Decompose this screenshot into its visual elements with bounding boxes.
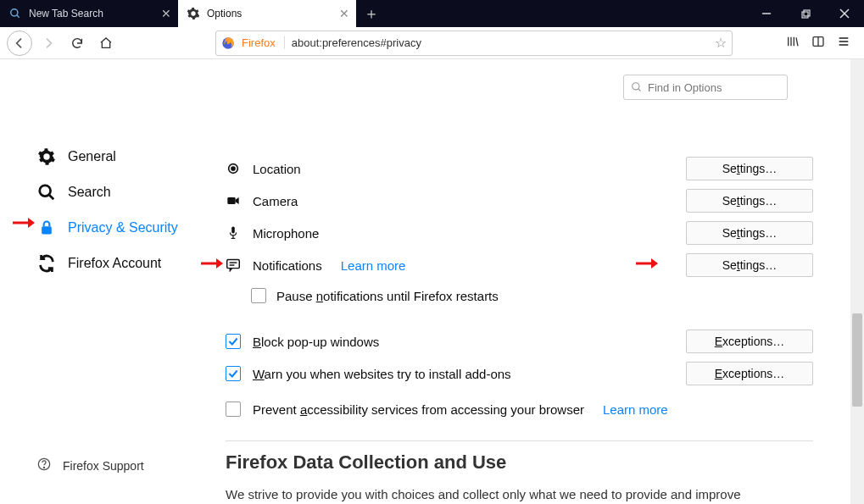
sidebar-toggle-icon[interactable] xyxy=(811,35,825,52)
permission-row-notifications: Notifications Learn more Settings… xyxy=(226,249,813,281)
svg-marker-35 xyxy=(28,218,35,228)
microphone-icon xyxy=(226,225,241,241)
close-icon[interactable]: ✕ xyxy=(339,7,349,20)
lock-icon xyxy=(37,219,56,237)
url-bar[interactable]: Firefox ☆ xyxy=(215,30,733,56)
tab-new-tab-search[interactable]: New Tab Search ✕ xyxy=(0,0,178,27)
permission-row-camera: Camera Settings… xyxy=(226,185,813,217)
firefox-icon xyxy=(221,36,235,50)
warn-addons-row: Warn you when websites try to install ad… xyxy=(226,357,813,390)
svg-rect-19 xyxy=(42,226,52,234)
exceptions-button-popups[interactable]: Exceptions… xyxy=(686,330,813,353)
scrollbar[interactable] xyxy=(850,59,864,504)
sidebar-label: General xyxy=(68,149,116,164)
toolbar: Firefox ☆ xyxy=(0,27,864,59)
svg-point-17 xyxy=(40,186,51,197)
sidebar-label: Firefox Account xyxy=(68,256,161,271)
section-title-data-collection: Firefox Data Collection and Use xyxy=(226,451,813,474)
checkbox-pause-notifications[interactable] xyxy=(251,288,266,303)
permission-label: Camera xyxy=(253,194,298,208)
reload-button[interactable] xyxy=(64,30,90,56)
titlebar: New Tab Search ✕ Options ✕ ＋ xyxy=(0,0,864,27)
checkbox-label: Block pop-up windows xyxy=(253,335,379,349)
notification-icon xyxy=(226,258,241,273)
permission-row-microphone: Microphone Settings… xyxy=(226,217,813,249)
tab-label: Options xyxy=(207,8,242,19)
menu-icon[interactable] xyxy=(837,35,850,52)
prevent-a11y-row: Prevent accessibility services from acce… xyxy=(226,393,813,425)
svg-marker-39 xyxy=(651,258,658,269)
learn-more-link[interactable]: Learn more xyxy=(603,402,668,417)
new-tab-button[interactable]: ＋ xyxy=(356,0,387,27)
permission-row-location: Location Settings… xyxy=(226,152,813,185)
tab-options[interactable]: Options ✕ xyxy=(178,0,356,27)
sidebar-item-search[interactable]: Search xyxy=(0,174,203,210)
preferences-sidebar: General Search Privacy & Security Firefo… xyxy=(0,59,203,504)
annotation-arrow-icon xyxy=(13,217,35,229)
sidebar-label: Privacy & Security xyxy=(68,220,178,235)
svg-point-0 xyxy=(11,9,18,16)
search-icon xyxy=(8,7,22,20)
forward-button[interactable] xyxy=(36,30,61,56)
location-icon xyxy=(226,161,241,176)
svg-rect-26 xyxy=(227,197,235,204)
annotation-arrow-icon xyxy=(636,258,658,269)
content-area: General Search Privacy & Security Firefo… xyxy=(0,59,864,504)
search-icon xyxy=(37,183,56,202)
svg-rect-3 xyxy=(802,12,808,18)
maximize-button[interactable] xyxy=(786,0,825,27)
support-label: Firefox Support xyxy=(63,459,144,473)
url-input[interactable] xyxy=(292,36,708,49)
search-placeholder: Find in Options xyxy=(648,81,722,94)
settings-button-notifications[interactable]: Settings… xyxy=(686,253,813,277)
settings-button-microphone[interactable]: Settings… xyxy=(686,221,813,245)
sidebar-item-account[interactable]: Firefox Account xyxy=(0,246,203,281)
settings-button-camera[interactable]: Settings… xyxy=(686,189,813,213)
divider xyxy=(226,440,813,441)
settings-button-location[interactable]: Settings… xyxy=(686,157,813,180)
gear-icon xyxy=(187,7,200,20)
section-text-data-collection: We strive to provide you with choices an… xyxy=(226,485,768,504)
svg-point-22 xyxy=(633,83,639,90)
svg-line-23 xyxy=(638,89,641,91)
close-window-button[interactable] xyxy=(825,0,864,27)
camera-icon xyxy=(226,193,241,208)
gear-icon xyxy=(37,147,56,166)
learn-more-link[interactable]: Learn more xyxy=(341,258,406,273)
checkbox-label: Prevent accessibility services from acce… xyxy=(253,402,584,417)
svg-marker-27 xyxy=(236,197,239,204)
sidebar-item-support[interactable]: Firefox Support xyxy=(37,457,144,474)
find-in-options[interactable]: Find in Options xyxy=(623,75,788,100)
search-icon xyxy=(631,81,643,93)
preferences-main: Find in Options Location Settings… Camer… xyxy=(203,59,864,504)
back-button[interactable] xyxy=(7,30,32,56)
scroll-thumb[interactable] xyxy=(852,313,862,407)
svg-point-25 xyxy=(231,167,235,170)
svg-point-21 xyxy=(43,467,44,468)
minimize-button[interactable] xyxy=(747,0,786,27)
svg-line-1 xyxy=(17,15,20,18)
checkbox-label: Pause notifications until Firefox restar… xyxy=(276,289,499,303)
sidebar-label: Search xyxy=(68,185,111,200)
sidebar-item-general[interactable]: General xyxy=(0,139,203,174)
checkbox-block-popups[interactable] xyxy=(226,334,241,349)
checkbox-warn-addons[interactable] xyxy=(226,366,241,381)
checkbox-prevent-a11y[interactable] xyxy=(226,402,241,417)
close-icon[interactable]: ✕ xyxy=(161,7,171,20)
window-controls xyxy=(747,0,864,27)
bookmark-star-icon[interactable]: ☆ xyxy=(715,35,727,51)
home-button[interactable] xyxy=(93,30,119,56)
svg-line-18 xyxy=(49,195,54,200)
svg-rect-28 xyxy=(231,226,235,233)
exceptions-button-addons[interactable]: Exceptions… xyxy=(686,362,813,385)
permission-label: Notifications xyxy=(253,258,322,273)
svg-rect-4 xyxy=(804,10,810,16)
help-icon xyxy=(37,457,51,474)
url-brand-label: Firefox xyxy=(242,36,285,49)
pause-notifications-row: Pause notifications until Firefox restar… xyxy=(251,281,813,310)
sync-icon xyxy=(37,254,56,273)
library-icon[interactable] xyxy=(786,35,800,52)
svg-rect-31 xyxy=(227,259,240,268)
permission-label: Microphone xyxy=(253,226,319,241)
checkbox-label: Warn you when websites try to install ad… xyxy=(253,367,511,381)
